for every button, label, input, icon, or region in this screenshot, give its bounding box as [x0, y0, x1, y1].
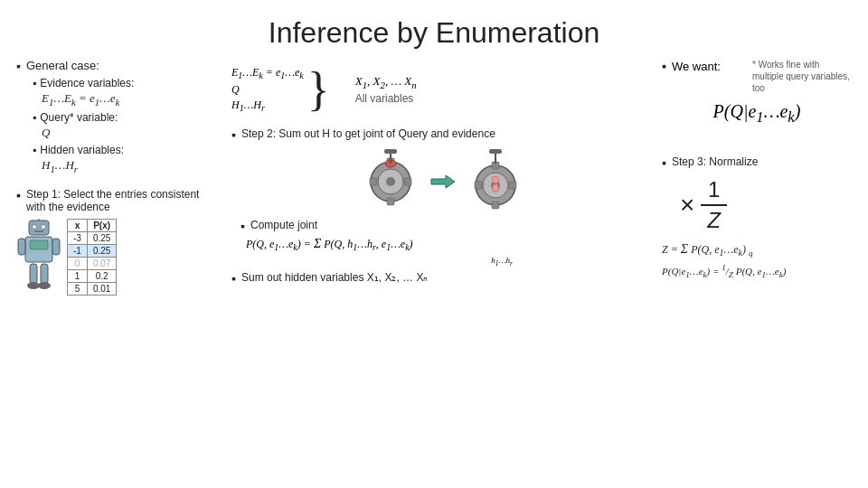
query-formula: Q — [42, 126, 215, 140]
we-want-group: ▪ We want: — [662, 59, 721, 73]
svg-point-16 — [386, 177, 395, 186]
step2-block: ▪ Step 2: Sum out H to get joint of Quer… — [231, 127, 655, 286]
compute-joint: ▪ Compute joint — [241, 219, 655, 233]
we-want-formula-area: P(Q|e1…ek) — [662, 101, 852, 127]
final-formula: P(Q|e1…ek) = 1/Z P(Q, e1…ek) — [662, 263, 852, 279]
compute-bullet: ▪ — [241, 219, 245, 233]
sub-item-query: ▪ Query* variable: — [33, 111, 215, 124]
step3-block: ▪ Step 3: Normalize × 1 Z Z = Σ P(Q, e1…… — [662, 155, 852, 279]
fraction-display: × 1 Z — [680, 177, 852, 233]
svg-rect-10 — [30, 264, 37, 284]
query-label: Query* variable: — [40, 111, 118, 124]
evidence-formula-display: E1…Ek = e1…ek — [231, 66, 304, 80]
times-symbol: × — [680, 191, 694, 220]
all-variables-group: E1…Ek = e1…ek Q H1…Hr } X1, X2, … Xn All… — [231, 66, 417, 113]
sum-out-bullet: ▪ — [231, 271, 236, 286]
step1-illustration: x P(x) -3 0.25 -1 0.25 — [16, 219, 215, 300]
sub-item-evidence: ▪ Evidence variables: — [33, 77, 215, 89]
main-content: ▪ General case: ▪ Evidence variables: E1… — [0, 59, 868, 482]
sum-out-label: ▪ Sum out hidden variables X₁, X₂, … Xₙ — [231, 271, 655, 286]
works-fine-note: * Works fine with multiple query variabl… — [752, 59, 852, 94]
hidden-formula: H1…Hr — [42, 158, 215, 174]
sub-items: ▪ Evidence variables: E1…Ek = e1…ek ▪ Qu… — [33, 77, 215, 174]
step2-label: ▪ Step 2: Sum out H to get joint of Quer… — [231, 127, 655, 142]
step1-block: ▪ Step 1: Select the entries consistent … — [16, 188, 215, 300]
evidence-label: Evidence variables: — [40, 77, 134, 89]
query-formula-display: Q — [231, 83, 304, 97]
fraction-denominator: Z — [700, 206, 728, 233]
step3-bullet: ▪ — [662, 155, 666, 170]
svg-rect-23 — [384, 149, 397, 154]
xn-formula: X1, X2, … Xn — [355, 74, 417, 90]
sub-item-hidden: ▪ Hidden variables: — [33, 144, 215, 156]
hidden-formula-display: H1…Hr — [231, 99, 304, 113]
svg-rect-20 — [404, 178, 411, 185]
table-row: 0 0.07 — [68, 258, 117, 270]
step2-bullet: ▪ — [231, 127, 236, 142]
general-case-header: ▪ General case: — [16, 59, 215, 73]
formulas-stacked: E1…Ek = e1…ek Q H1…Hr — [231, 66, 304, 113]
fraction: 1 Z — [700, 177, 728, 233]
curly-brace-icon: } — [307, 66, 330, 113]
z-formula-area: Z = Σ P(Q, e1…ek) q P(Q|e1…ek) = 1/Z P(Q… — [662, 242, 852, 279]
we-want-label: We want: — [672, 60, 721, 73]
table-cell-p: 0.25 — [87, 245, 116, 258]
svg-point-1 — [33, 225, 37, 230]
compute-joint-text: Compute joint — [250, 219, 317, 233]
we-want-bullet: ▪ — [662, 59, 666, 73]
sub-bullet-query: ▪ — [33, 111, 36, 124]
all-variables-label: All variables — [355, 92, 414, 105]
gear-machine-left-icon — [359, 147, 422, 215]
right-column: ▪ We want: * Works fine with multiple qu… — [662, 59, 852, 482]
we-want-formula: P(Q|e1…ek) — [662, 101, 852, 127]
z-formula: Z = Σ P(Q, e1…ek) q — [662, 242, 852, 258]
svg-rect-19 — [370, 178, 377, 185]
table-cell-x: -1 — [68, 245, 88, 258]
svg-rect-33 — [493, 184, 498, 192]
svg-rect-8 — [18, 239, 25, 255]
svg-point-2 — [42, 225, 46, 230]
svg-rect-18 — [387, 198, 394, 205]
svg-point-12 — [27, 282, 40, 289]
probability-table: x P(x) -3 0.25 -1 0.25 — [67, 219, 117, 296]
joint-formula: P(Q, e1…ek) = Σ P(Q, h1…hr, e1…ek) — [246, 237, 655, 252]
svg-rect-35 — [489, 149, 502, 154]
table-cell-x: 0 — [68, 258, 88, 270]
evidence-formula: E1…Ek = e1…ek — [42, 91, 215, 108]
left-column: ▪ General case: ▪ Evidence variables: E1… — [16, 59, 215, 482]
svg-point-32 — [492, 176, 499, 183]
svg-marker-24 — [431, 175, 455, 188]
table-header-p: P(x) — [87, 220, 116, 232]
gear-machine-right-icon — [464, 147, 527, 215]
sub-bullet-evidence: ▪ — [33, 77, 36, 89]
table-cell-x: 5 — [68, 283, 88, 296]
step2-illustrations — [231, 147, 655, 215]
formula-group: E1…Ek = e1…ek Q H1…Hr } — [231, 66, 330, 113]
table-row: -3 0.25 — [68, 232, 117, 245]
table-row: 1 0.2 — [68, 270, 117, 283]
table-cell-p: 0.25 — [87, 232, 116, 245]
sum-out-text: Sum out hidden variables X₁, X₂, … Xₙ — [241, 271, 428, 286]
middle-column: E1…Ek = e1…ek Q H1…Hr } X1, X2, … Xn All… — [222, 59, 655, 482]
table-cell-x: 1 — [68, 270, 88, 283]
arrow-right-icon — [429, 168, 457, 195]
table-cell-p: 0.2 — [87, 270, 116, 283]
step2-text: Step 2: Sum out H to get joint of Query … — [241, 127, 495, 142]
sub-bullet-hidden: ▪ — [33, 144, 36, 156]
general-case-label: General case: — [26, 59, 99, 72]
we-want-row: ▪ We want: * Works fine with multiple qu… — [662, 59, 852, 94]
table-cell-x: -3 — [68, 232, 88, 245]
table-row: 5 0.01 — [68, 283, 117, 296]
step1-label: ▪ Step 1: Select the entries consistent … — [16, 188, 215, 213]
svg-rect-11 — [41, 264, 48, 284]
page-title: Inference by Enumeration — [0, 0, 868, 59]
table-row: -1 0.25 — [68, 245, 117, 258]
svg-rect-9 — [52, 239, 60, 255]
svg-rect-0 — [29, 221, 49, 235]
table-header-x: x — [68, 220, 88, 232]
table-cell-p: 0.07 — [87, 258, 116, 270]
step3-label: ▪ Step 3: Normalize — [662, 155, 852, 170]
hidden-label: Hidden variables: — [40, 144, 124, 156]
xn-group: X1, X2, … Xn All variables — [337, 74, 417, 105]
svg-rect-7 — [30, 240, 48, 249]
